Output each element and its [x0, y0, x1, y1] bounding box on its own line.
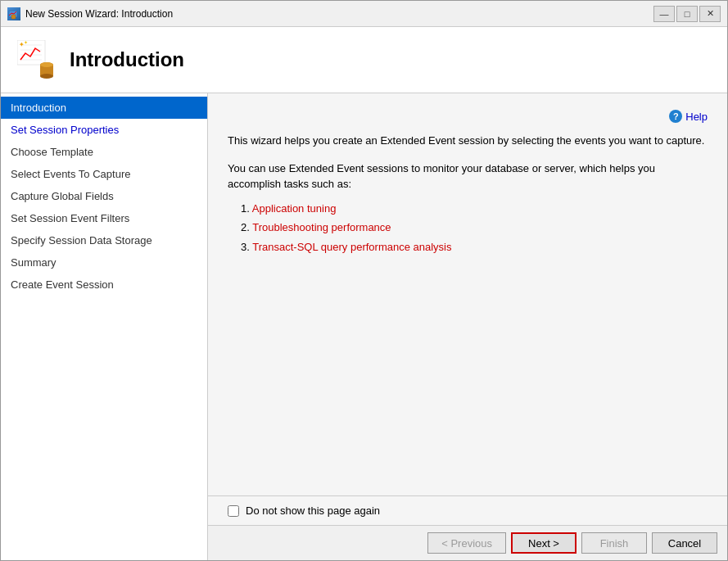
list-item-0: 1. Application tuning [241, 201, 708, 217]
maximize-button[interactable]: □ [676, 6, 698, 22]
help-icon: ? [669, 110, 682, 123]
sidebar-item-introduction[interactable]: Introduction [1, 97, 207, 119]
sidebar-item-set-session-event-filters: Set Session Event Filters [1, 207, 207, 229]
app-icon [7, 7, 20, 20]
cancel-button[interactable]: Cancel [652, 532, 717, 554]
next-button[interactable]: Next > [511, 532, 577, 554]
bottom-section: Do not show this page again < Previous N… [208, 495, 727, 560]
sidebar-item-select-events: Select Events To Capture [1, 163, 207, 185]
main-window: New Session Wizard: Introduction — □ ✕ ✦… [0, 0, 728, 561]
sidebar-item-specify-session-data-storage: Specify Session Data Storage [1, 229, 207, 251]
sidebar-item-set-session-properties[interactable]: Set Session Properties [1, 119, 207, 141]
header-icon: ✦ ✦ [17, 40, 57, 79]
title-bar: New Session Wizard: Introduction — □ ✕ [1, 1, 727, 27]
list-item-1: 2. Troubleshooting performance [241, 219, 708, 236]
checkbox-row: Do not show this page again [208, 495, 727, 525]
svg-point-15 [40, 62, 53, 67]
svg-rect-4 [11, 15, 16, 19]
list-item-2: 3. Transact-SQL query performance analys… [241, 239, 708, 256]
dont-show-label[interactable]: Do not show this page again [246, 504, 380, 517]
content-area: ? Help This wizard helps you create an E… [208, 93, 727, 560]
help-label: Help [685, 111, 708, 123]
sidebar-item-capture-global-fields: Capture Global Fields [1, 185, 207, 207]
finish-button[interactable]: Finish [581, 532, 647, 554]
header-title: Introduction [70, 48, 184, 71]
sidebar-item-create-event-session: Create Event Session [1, 274, 207, 296]
svg-point-14 [40, 74, 53, 79]
button-row: < Previous Next > Finish Cancel [208, 525, 727, 560]
svg-text:✦: ✦ [24, 40, 28, 45]
title-bar-text: New Session Wizard: Introduction [25, 8, 653, 20]
close-button[interactable]: ✕ [699, 6, 721, 22]
header-section: ✦ ✦ Introduction [1, 27, 727, 93]
sidebar-item-summary: Summary [1, 251, 207, 274]
sidebar-item-choose-template: Choose Template [1, 141, 207, 163]
sidebar: Introduction Set Session Properties Choo… [1, 93, 208, 560]
main-content: Introduction Set Session Properties Choo… [1, 93, 727, 560]
minimize-button[interactable]: — [653, 6, 675, 22]
dont-show-checkbox[interactable] [228, 505, 239, 517]
intro-paragraph-2: You can use Extended Event sessions to m… [228, 161, 708, 256]
help-row: ? Help [228, 110, 708, 123]
intro-paragraph-1: This wizard helps you create an Extended… [228, 133, 708, 149]
content-body: ? Help This wizard helps you create an E… [208, 93, 727, 495]
title-bar-controls: — □ ✕ [653, 6, 721, 22]
previous-button[interactable]: < Previous [427, 532, 506, 554]
help-link[interactable]: ? Help [669, 110, 708, 123]
